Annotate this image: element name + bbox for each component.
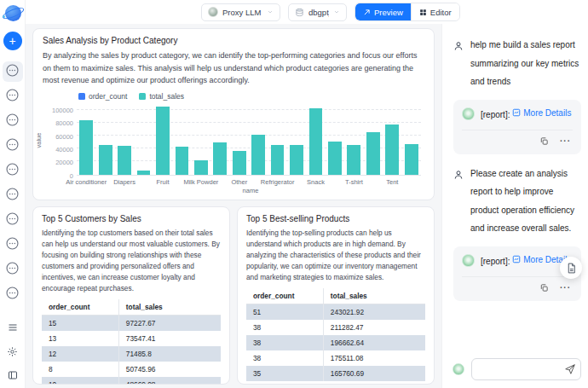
bar-total-sales	[118, 146, 131, 174]
column-header: total_sales	[118, 299, 221, 316]
sidebar-chat-item[interactable]	[3, 160, 23, 181]
new-chat-button[interactable]: +	[3, 32, 22, 50]
x-tick-label: Fruit	[157, 178, 170, 186]
column-header: order_count	[42, 299, 118, 316]
preview-label: Preview	[374, 8, 403, 17]
chat-bubble-icon	[5, 261, 20, 279]
bar-slot	[287, 104, 306, 175]
y-axis-title: value	[35, 132, 43, 148]
bar-slot	[115, 104, 134, 175]
table-cell: 15	[42, 316, 118, 332]
assistant-avatar	[453, 363, 464, 375]
chevron-down-icon	[333, 9, 340, 15]
assistant-message-header: [report]: More Details	[462, 254, 573, 267]
sidebar-chat-item[interactable]	[3, 185, 23, 206]
copy-icon[interactable]	[539, 283, 549, 292]
user-icon	[453, 168, 464, 238]
bar-slot	[95, 104, 114, 175]
chart-plot	[77, 104, 421, 176]
table-cell: 10	[42, 377, 118, 385]
chat-bubble-icon	[5, 63, 20, 81]
editor-button[interactable]: Editor	[411, 3, 459, 20]
top-customers-table: order_counttotal_sales1597227.671373547.…	[42, 299, 221, 385]
user-message-text: Please create an analysis report to help…	[470, 165, 579, 238]
table-cell: 35	[246, 366, 323, 381]
report-prefix: [report]:	[481, 109, 512, 119]
app: + Proxy LLM dbgpt_t...	[0, 0, 588, 388]
chat-bubble-icon	[5, 187, 20, 205]
assistant-message-actions: ···	[462, 281, 573, 295]
x-tick-label: Diapers	[113, 178, 135, 186]
bar-total-sales	[99, 145, 112, 175]
user-message-text: help me build a sales report summarizing…	[470, 36, 579, 91]
bar-total-sales	[213, 142, 227, 175]
more-actions-icon[interactable]: ···	[560, 136, 571, 146]
dbgpt-logo[interactable]	[3, 3, 23, 24]
model-select[interactable]: Proxy LLM	[201, 3, 280, 21]
sidebar-chat-item[interactable]	[3, 61, 23, 82]
table-row: 51243021.92	[246, 304, 425, 321]
copy-icon[interactable]	[539, 136, 549, 146]
sidebar-chat-item[interactable]	[3, 86, 23, 107]
bar-slot	[268, 104, 286, 175]
table-row: 35165760.69	[246, 366, 425, 381]
assistant-avatar	[462, 254, 475, 267]
table-row: 1271485.8	[42, 346, 221, 362]
sidebar-chat-item[interactable]	[3, 284, 23, 304]
table-cell: 175511.08	[323, 350, 425, 366]
card-title: Sales Analysis by Product Category	[43, 36, 424, 45]
table-cell: 38	[246, 320, 323, 335]
table-cell: 38	[246, 350, 323, 366]
y-axis: value 020000400006000080000100000	[43, 104, 77, 176]
table-row: 38196662.64	[246, 335, 425, 350]
collapse-panel-icon[interactable]	[5, 368, 20, 383]
chat-bubble-icon	[5, 236, 20, 254]
settings-gear-icon[interactable]	[5, 344, 20, 359]
table-cell: 243021.92	[323, 304, 425, 321]
top-products-table: order_counttotal_sales51243021.923821128…	[246, 288, 425, 381]
table-cell: 71485.8	[118, 346, 221, 362]
report-document-button[interactable]	[560, 257, 582, 279]
sidebar-chat-item[interactable]	[3, 235, 23, 255]
report-chart-icon	[512, 255, 521, 263]
sidebar-chat-item[interactable]	[3, 210, 23, 230]
legend-item-order_count[interactable]: order_count	[78, 92, 127, 101]
sidebar-chat-item[interactable]	[3, 136, 23, 156]
editor-label: Editor	[430, 8, 452, 17]
sidebar-chat-item[interactable]	[3, 111, 23, 131]
x-tick-label: Snack	[307, 178, 325, 186]
table-header-row: order_counttotal_sales	[42, 299, 221, 316]
database-select[interactable]: dbgpt_t...	[288, 3, 347, 21]
legend-item-total_sales[interactable]: total_sales	[139, 92, 184, 101]
table-header-row: order_counttotal_sales	[246, 288, 425, 304]
grid-icon	[419, 9, 427, 16]
bar-total-sales	[347, 145, 360, 175]
preview-button[interactable]: Preview	[355, 3, 411, 20]
user-icon	[453, 39, 464, 91]
model-icon	[208, 7, 218, 17]
card-description: Identifying the top-selling products can…	[246, 228, 425, 283]
more-details-link[interactable]: More Details	[512, 108, 571, 118]
y-tick-label: 80000	[55, 119, 73, 127]
report-prefix: [report]:	[481, 256, 512, 265]
bar-slot	[326, 104, 344, 175]
chat-bubble-icon	[5, 137, 20, 155]
chart-legend: order_counttotal_sales	[78, 92, 424, 101]
more-actions-icon[interactable]: ···	[560, 283, 571, 292]
menu-icon[interactable]	[5, 320, 20, 335]
legend-swatch	[78, 93, 85, 100]
assistant-message-actions: ···	[462, 135, 573, 148]
table-row: 38175511.08	[246, 350, 425, 366]
bar-slot	[230, 104, 249, 175]
sidebar-chat-item[interactable]	[3, 259, 23, 280]
y-tick-label: 100000	[52, 107, 73, 114]
table-cell: 38	[246, 335, 323, 350]
bar-chart: value 020000400006000080000100000	[43, 104, 424, 176]
bar-slot	[364, 104, 383, 175]
top-customers-card: Top 5 Customers by Sales Identifying the…	[32, 206, 230, 385]
send-icon[interactable]	[564, 363, 576, 375]
table-cell: 51	[246, 304, 323, 321]
content-row: Sales Analysis by Product Category By an…	[26, 24, 588, 388]
assistant-message-text: [report]: More Details	[481, 255, 571, 266]
assistant-message-header: [report]: More Details	[462, 107, 573, 120]
